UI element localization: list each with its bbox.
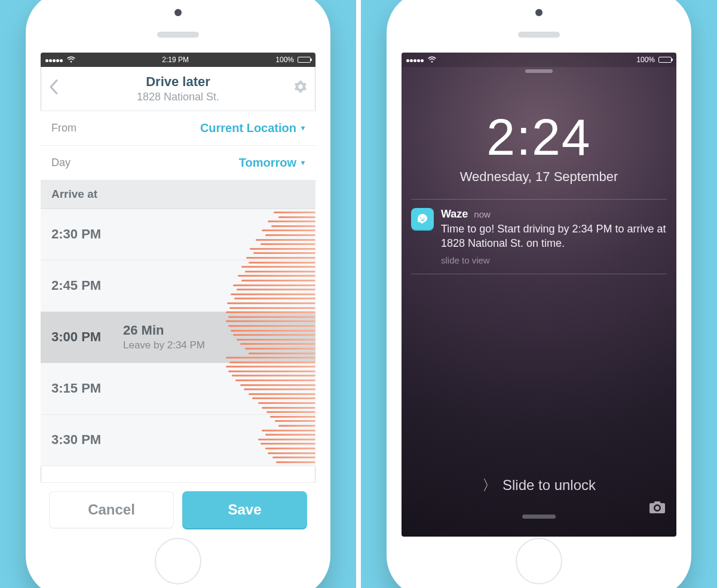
- notification-card[interactable]: Waze now Time to go! Start driving by 2:…: [411, 208, 667, 266]
- phone-mock-left: 2:19 PM 100% Drive later 1828 National S…: [26, 0, 330, 588]
- time-label: 3:00 PM: [51, 329, 123, 345]
- day-value: Tomorrow: [239, 156, 296, 170]
- signal-dots-icon: [45, 56, 63, 64]
- battery-icon: [298, 57, 311, 63]
- status-bar: 2:19 PM 100%: [41, 53, 315, 67]
- phone-earpiece: [518, 32, 560, 38]
- time-picker[interactable]: 2:30 PM2:45 PM3:00 PM26 MinLeave by 2:34…: [41, 209, 315, 466]
- battery-percent: 100%: [275, 56, 294, 64]
- day-label: Day: [51, 157, 71, 169]
- notification-app: Waze: [441, 208, 468, 220]
- time-label: 3:15 PM: [51, 381, 123, 396]
- from-label: From: [51, 122, 76, 134]
- notification-text: Time to go! Start driving by 2:34 PM to …: [441, 222, 667, 251]
- divider: [411, 274, 667, 274]
- from-value: Current Location: [200, 121, 296, 135]
- wifi-icon: [67, 56, 75, 63]
- divider: [411, 199, 667, 200]
- selected-time-detail: 26 MinLeave by 2:34 PM: [123, 323, 205, 351]
- battery-percent: 100%: [636, 56, 655, 64]
- time-row[interactable]: 3:30 PM: [41, 415, 315, 466]
- bottom-grabber[interactable]: [522, 514, 556, 519]
- back-button[interactable]: [49, 79, 59, 98]
- signal-dots-icon: [406, 56, 424, 64]
- time-row[interactable]: 2:45 PM: [41, 261, 315, 312]
- time-row[interactable]: 2:30 PM: [41, 209, 315, 261]
- page-header: Drive later 1828 National St.: [41, 67, 315, 111]
- top-grabber[interactable]: [525, 69, 553, 73]
- screen-drive-later: 2:19 PM 100% Drive later 1828 National S…: [41, 53, 315, 537]
- day-row[interactable]: Day Tomorrow▾: [41, 146, 315, 180]
- wifi-icon: [428, 56, 436, 63]
- time-label: 3:30 PM: [51, 432, 123, 448]
- phone-mock-right: 100% 2:24 Wednesday, 17 September Waze: [387, 0, 691, 588]
- arrive-at-header: Arrive at: [41, 180, 315, 209]
- cancel-button[interactable]: Cancel: [49, 491, 174, 528]
- time-row[interactable]: 3:15 PM: [41, 363, 315, 415]
- lock-time: 2:24: [402, 108, 676, 167]
- camera-icon[interactable]: [649, 500, 666, 519]
- chevron-right-icon: 〉: [482, 477, 497, 493]
- footer-buttons: Cancel Save: [41, 482, 315, 537]
- settings-button[interactable]: [294, 80, 307, 97]
- phone-camera: [174, 9, 182, 16]
- status-time: 2:19 PM: [162, 56, 189, 64]
- status-bar: 100%: [402, 53, 676, 67]
- save-button[interactable]: Save: [182, 491, 307, 528]
- battery-icon: [658, 57, 672, 63]
- chevron-down-icon: ▾: [301, 124, 305, 132]
- waze-app-icon: [411, 208, 434, 231]
- from-row[interactable]: From Current Location▾: [41, 111, 315, 146]
- page-subtitle: 1828 National St.: [137, 91, 219, 103]
- notification-time: now: [474, 209, 491, 219]
- page-title: Drive later: [137, 74, 219, 90]
- phone-earpiece: [157, 32, 199, 38]
- time-label: 2:45 PM: [51, 278, 123, 293]
- time-row[interactable]: 3:00 PM26 MinLeave by 2:34 PM: [41, 312, 315, 363]
- notification-slide-hint: slide to view: [441, 255, 667, 265]
- lock-date: Wednesday, 17 September: [402, 169, 676, 185]
- time-label: 2:30 PM: [51, 226, 123, 242]
- slide-to-unlock[interactable]: 〉Slide to unlock: [402, 476, 676, 495]
- chevron-down-icon: ▾: [301, 158, 305, 167]
- home-button[interactable]: [155, 538, 201, 584]
- screen-lockscreen: 100% 2:24 Wednesday, 17 September Waze: [402, 53, 676, 537]
- phone-camera: [535, 9, 543, 16]
- home-button[interactable]: [516, 538, 562, 584]
